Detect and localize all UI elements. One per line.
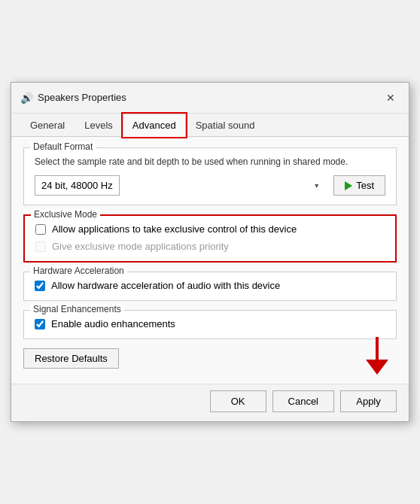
restore-defaults-button[interactable]: Restore Defaults (23, 348, 119, 369)
exclusive-mode-label: Exclusive Mode (31, 209, 100, 220)
tab-general[interactable]: General (20, 114, 75, 137)
tab-advanced[interactable]: Advanced (123, 114, 186, 137)
exclusive-mode-section: Exclusive Mode Allow applications to tak… (23, 214, 397, 263)
format-select[interactable]: 16 bit, 44100 Hz 16 bit, 48000 Hz 24 bit… (35, 175, 120, 196)
test-button[interactable]: Test (333, 175, 385, 196)
title-bar: 🔊 Speakers Properties ✕ (11, 83, 409, 114)
default-format-section: Default Format Select the sample rate an… (23, 147, 397, 206)
hardware-accel-checkbox-label: Allow hardware acceleration of audio wit… (51, 280, 280, 291)
exclusive-priority-row: Give exclusive mode applications priorit… (35, 241, 385, 252)
tab-levels[interactable]: Levels (75, 114, 123, 137)
speakers-properties-dialog: 🔊 Speakers Properties ✕ General Levels A… (11, 82, 409, 423)
close-button[interactable]: ✕ (382, 89, 400, 107)
default-format-description: Select the sample rate and bit depth to … (35, 156, 385, 169)
signal-enhancements-label: Signal Enhancements (30, 304, 124, 314)
enhancements-checkbox[interactable] (35, 319, 45, 329)
tab-spatial-sound[interactable]: Spatial sound (186, 114, 265, 137)
exclusive-control-label: Allow applications to take exclusive con… (52, 223, 297, 235)
title-bar-left: 🔊 Speakers Properties (20, 92, 126, 104)
tab-content: Default Format Select the sample rate an… (11, 137, 409, 384)
hardware-acceleration-label: Hardware Acceleration (30, 266, 127, 276)
exclusive-control-checkbox[interactable] (35, 224, 46, 235)
hardware-acceleration-section: Hardware Acceleration Allow hardware acc… (23, 272, 397, 301)
default-format-label: Default Format (30, 141, 96, 152)
format-select-wrapper: 16 bit, 44100 Hz 16 bit, 48000 Hz 24 bit… (35, 175, 326, 196)
signal-enhancements-section: Signal Enhancements Enable audio enhance… (23, 310, 397, 339)
hardware-accel-row: Allow hardware acceleration of audio wit… (35, 280, 385, 291)
hardware-accel-checkbox[interactable] (35, 281, 45, 291)
ok-button[interactable]: OK (210, 390, 266, 412)
apply-button[interactable]: Apply (340, 390, 397, 412)
enhancements-row: Enable audio enhancements (35, 318, 385, 329)
format-row: 16 bit, 44100 Hz 16 bit, 48000 Hz 24 bit… (35, 175, 385, 196)
play-icon (345, 181, 352, 190)
enhancements-checkbox-label: Enable audio enhancements (51, 318, 175, 329)
test-button-label: Test (356, 180, 374, 191)
exclusive-priority-checkbox[interactable] (35, 241, 46, 252)
speaker-icon: 🔊 (20, 92, 33, 104)
dialog-title: Speakers Properties (38, 92, 126, 103)
bottom-buttons: OK Cancel Apply (11, 384, 409, 421)
cancel-button[interactable]: Cancel (272, 390, 334, 412)
tab-bar: General Levels Advanced Spatial sound (11, 114, 409, 137)
exclusive-priority-label: Give exclusive mode applications priorit… (52, 241, 229, 252)
exclusive-control-row: Allow applications to take exclusive con… (35, 223, 385, 235)
